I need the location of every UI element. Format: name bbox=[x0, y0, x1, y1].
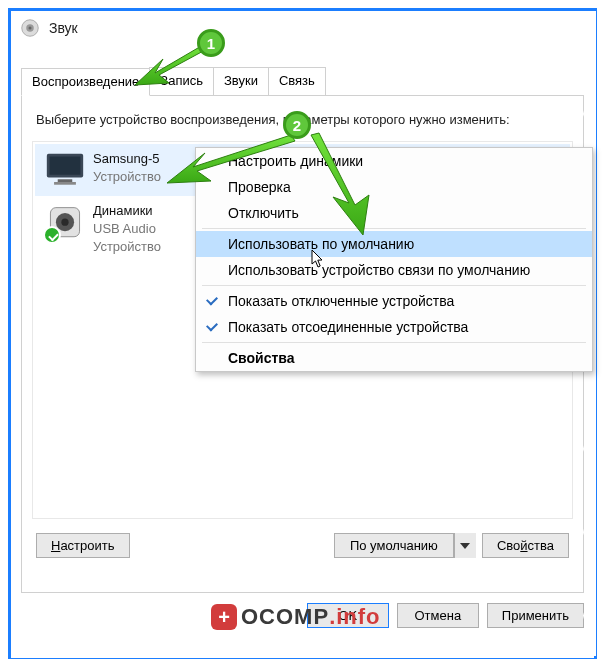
set-default-dropdown[interactable] bbox=[454, 533, 476, 558]
svg-rect-6 bbox=[54, 182, 76, 185]
svg-point-2 bbox=[29, 27, 32, 30]
cm-disable[interactable]: Отключить bbox=[196, 200, 592, 226]
set-default-button[interactable]: По умолчанию bbox=[334, 533, 454, 558]
device-name: Samsung-5 bbox=[93, 150, 161, 168]
cm-set-comm-default[interactable]: Использовать устройство связи по умолчан… bbox=[196, 257, 592, 283]
watermark: + OCOMP.info bbox=[211, 604, 381, 630]
speaker-device-icon bbox=[45, 204, 85, 240]
properties-button[interactable]: Свойства bbox=[482, 533, 569, 558]
device-status: Устройство bbox=[93, 238, 161, 256]
watermark-text-1: OCOMP bbox=[241, 604, 329, 630]
configure-button[interactable]: Настроить bbox=[36, 533, 130, 558]
cursor-icon bbox=[311, 249, 325, 269]
tab-recording[interactable]: Запись bbox=[149, 67, 214, 95]
tab-sounds[interactable]: Звуки bbox=[213, 67, 269, 95]
cm-show-disabled[interactable]: Показать отключенные устройства bbox=[196, 288, 592, 314]
device-context-menu: Настроить динамики Проверка Отключить Ис… bbox=[195, 147, 593, 372]
apply-button[interactable]: Применить bbox=[487, 603, 584, 628]
cm-separator bbox=[202, 285, 586, 286]
tab-playback[interactable]: Воспроизведение bbox=[21, 68, 150, 96]
cm-test[interactable]: Проверка bbox=[196, 174, 592, 200]
panel-buttons: Настроить По умолчанию Свойства bbox=[36, 533, 569, 558]
annotation-marker-2: 2 bbox=[283, 111, 311, 139]
cm-set-default[interactable]: Использовать по умолчанию bbox=[196, 231, 592, 257]
cm-configure[interactable]: Настроить динамики bbox=[196, 148, 592, 174]
svg-point-9 bbox=[61, 219, 68, 226]
default-check-icon bbox=[43, 226, 61, 244]
sound-icon bbox=[21, 19, 39, 37]
annotation-marker-1: 1 bbox=[197, 29, 225, 57]
tab-strip: Воспроизведение Запись Звуки Связь bbox=[21, 67, 594, 95]
device-driver: USB Audio bbox=[93, 220, 161, 238]
svg-rect-4 bbox=[50, 157, 81, 175]
cancel-button[interactable]: Отмена bbox=[397, 603, 479, 628]
watermark-plus-icon: + bbox=[211, 604, 237, 630]
sound-dialog: Звук Воспроизведение Запись Звуки Связь … bbox=[8, 8, 597, 659]
monitor-icon bbox=[45, 152, 85, 188]
device-name: Динамики bbox=[93, 202, 161, 220]
cm-separator bbox=[202, 342, 586, 343]
tab-comm[interactable]: Связь bbox=[268, 67, 326, 95]
watermark-text-2: .info bbox=[329, 604, 380, 630]
cm-show-disconnected[interactable]: Показать отсоединенные устройства bbox=[196, 314, 592, 340]
svg-rect-5 bbox=[58, 179, 73, 182]
titlebar: Звук bbox=[11, 11, 594, 45]
cm-properties[interactable]: Свойства bbox=[196, 345, 592, 371]
device-status: Устройство bbox=[93, 168, 161, 186]
torn-edge-bottom bbox=[11, 644, 594, 658]
window-title: Звук bbox=[49, 20, 78, 36]
cm-separator bbox=[202, 228, 586, 229]
